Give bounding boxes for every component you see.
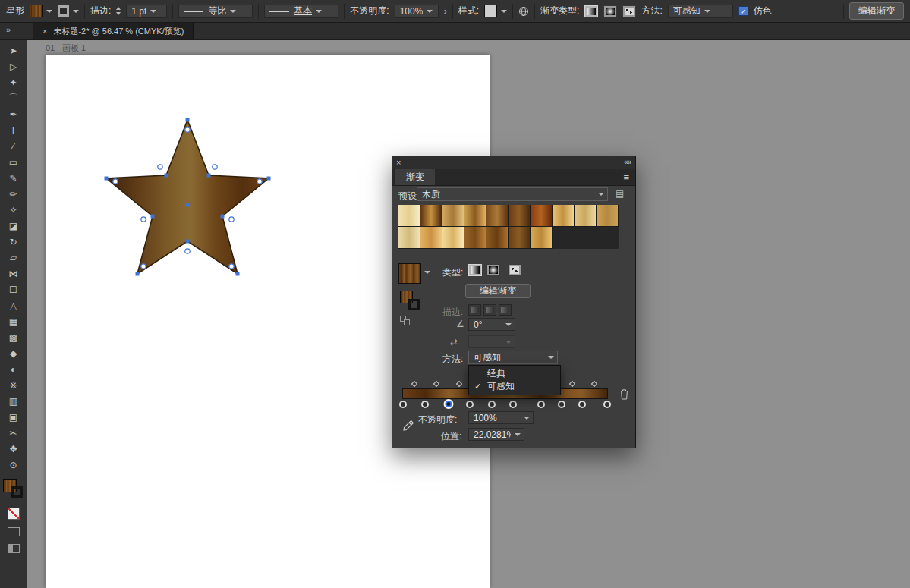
type-tool[interactable]: T (3, 122, 24, 138)
preset-swatch[interactable] (575, 205, 597, 227)
corner-widget[interactable] (141, 264, 146, 269)
zoom-tool[interactable]: ⊙ (3, 457, 24, 473)
stroke-color-swatch[interactable] (58, 5, 69, 17)
artboard-tool[interactable]: ▣ (3, 409, 24, 425)
anchor-point[interactable] (186, 240, 190, 244)
freeform-gradient-button[interactable] (508, 264, 521, 276)
preset-swatch[interactable] (509, 205, 531, 227)
gradient-midpoint[interactable] (411, 381, 417, 387)
corner-widget[interactable] (229, 264, 234, 269)
gradient-stop[interactable] (509, 401, 517, 408)
method-dropdown[interactable]: 可感知 (668, 5, 733, 18)
fill-stroke-proxy[interactable] (2, 479, 25, 502)
panel-stroke-proxy[interactable] (408, 299, 420, 310)
radial-gradient-button[interactable] (486, 264, 500, 276)
anchor-point[interactable] (151, 215, 155, 219)
hand-tool[interactable]: ✥ (3, 441, 24, 457)
gradient-stop[interactable] (537, 401, 545, 408)
corner-widget[interactable] (213, 165, 217, 169)
anchor-point[interactable] (236, 272, 240, 276)
symbol-sprayer-tool[interactable]: ※ (3, 377, 24, 393)
gradient-midpoint[interactable] (591, 381, 597, 387)
linear-gradient-button[interactable] (468, 264, 482, 276)
anchor-point[interactable] (105, 177, 109, 181)
eyedropper-icon[interactable] (401, 419, 415, 435)
edit-gradient-button[interactable]: 编辑渐变 (849, 2, 904, 20)
preset-swatch[interactable] (398, 205, 420, 227)
fill-color-dropdown[interactable] (30, 5, 52, 17)
stroke-within-button[interactable] (468, 304, 481, 316)
anchor-point[interactable] (186, 118, 190, 122)
preset-list-icon[interactable]: ▤ (616, 188, 624, 199)
method-dropdown[interactable]: 可感知 (468, 351, 558, 364)
opacity-dropdown[interactable]: 100% (468, 411, 534, 424)
lasso-tool[interactable]: ⌒ (3, 90, 24, 106)
gradient-stop[interactable] (578, 401, 586, 408)
method-option[interactable]: ✓可感知 (469, 380, 560, 393)
gradient-stop[interactable] (466, 401, 474, 408)
style-swatch[interactable] (484, 5, 497, 17)
slice-tool[interactable]: ✂ (3, 425, 24, 441)
reverse-gradient-icon[interactable]: ⇄ (450, 337, 458, 347)
stroke-width-dropdown[interactable]: 1 pt (126, 5, 167, 18)
close-icon[interactable]: × (396, 158, 401, 167)
collapse-tools-icon[interactable]: » (6, 25, 11, 34)
preset-swatch[interactable] (442, 227, 464, 249)
panel-menu-icon[interactable]: ≡ (623, 171, 629, 183)
corner-widget[interactable] (158, 165, 162, 169)
pen-tool[interactable]: ✒ (3, 106, 24, 122)
delete-stop-icon[interactable] (619, 388, 629, 402)
gradient-stop[interactable] (421, 401, 429, 408)
gradient-stop-selected[interactable] (443, 399, 453, 409)
stroke-color-dropdown[interactable] (58, 5, 79, 17)
shaper-tool[interactable]: ✧ (3, 202, 24, 218)
gradient-midpoint[interactable] (456, 381, 462, 387)
anchor-point[interactable] (267, 177, 271, 181)
position-dropdown[interactable]: 22.0281% (468, 428, 524, 441)
edit-gradient-button[interactable]: 编辑渐变 (465, 284, 531, 298)
opacity-panel-arrow-icon[interactable]: › (444, 6, 447, 17)
corner-widget[interactable] (229, 217, 234, 222)
method-option[interactable]: 经典 (469, 367, 560, 380)
preset-swatch[interactable] (442, 205, 464, 227)
corner-widget[interactable] (141, 217, 146, 222)
linear-gradient-button[interactable] (584, 5, 598, 17)
preset-swatch[interactable] (509, 227, 531, 249)
chevron-down-icon[interactable] (424, 271, 430, 274)
radial-gradient-button[interactable] (603, 5, 617, 17)
preset-swatch[interactable] (531, 227, 553, 249)
preset-swatch[interactable] (464, 227, 486, 249)
tab-gradient[interactable]: 渐变 (395, 169, 435, 185)
opacity-dropdown[interactable]: 100% (395, 5, 439, 18)
preset-dropdown[interactable]: 木质 (417, 187, 608, 201)
graph-tool[interactable]: ▥ (3, 393, 24, 409)
stroke-proxy-swatch[interactable] (11, 486, 23, 498)
preset-swatch[interactable] (553, 205, 575, 227)
gradient-thumbnail[interactable] (398, 263, 421, 284)
anchor-point[interactable] (221, 215, 225, 219)
gradient-tool[interactable]: ▩ (3, 329, 24, 345)
mesh-tool[interactable]: ▦ (3, 313, 24, 329)
corner-widget[interactable] (113, 179, 118, 184)
preset-swatch[interactable] (531, 205, 553, 227)
eraser-tool[interactable]: ◪ (3, 218, 24, 234)
draw-mode-button[interactable] (8, 527, 20, 536)
gradient-stop[interactable] (488, 401, 496, 408)
globe-icon[interactable] (518, 6, 529, 17)
preset-swatch[interactable] (420, 205, 442, 227)
stroke-across-button[interactable] (499, 304, 512, 316)
eyedropper-tool[interactable]: ◆ (3, 345, 24, 361)
close-icon[interactable]: × (43, 27, 47, 36)
corner-widget[interactable] (185, 127, 190, 132)
width-profile-dropdown[interactable]: 等比 (178, 5, 253, 18)
anchor-point[interactable] (186, 203, 190, 207)
corner-widget[interactable] (257, 179, 262, 184)
anchor-point[interactable] (207, 174, 211, 178)
preset-swatch[interactable] (464, 205, 486, 227)
dither-checkbox[interactable]: ✓ (738, 6, 748, 16)
free-transform-tool[interactable]: ☐ (3, 281, 24, 297)
gradient-midpoint[interactable] (568, 381, 575, 387)
corner-widget[interactable] (185, 249, 190, 253)
document-tab[interactable]: × 未标题-2* @ 56.47 % (CMYK/预览) (33, 23, 194, 39)
none-swatch-button[interactable] (8, 508, 20, 520)
